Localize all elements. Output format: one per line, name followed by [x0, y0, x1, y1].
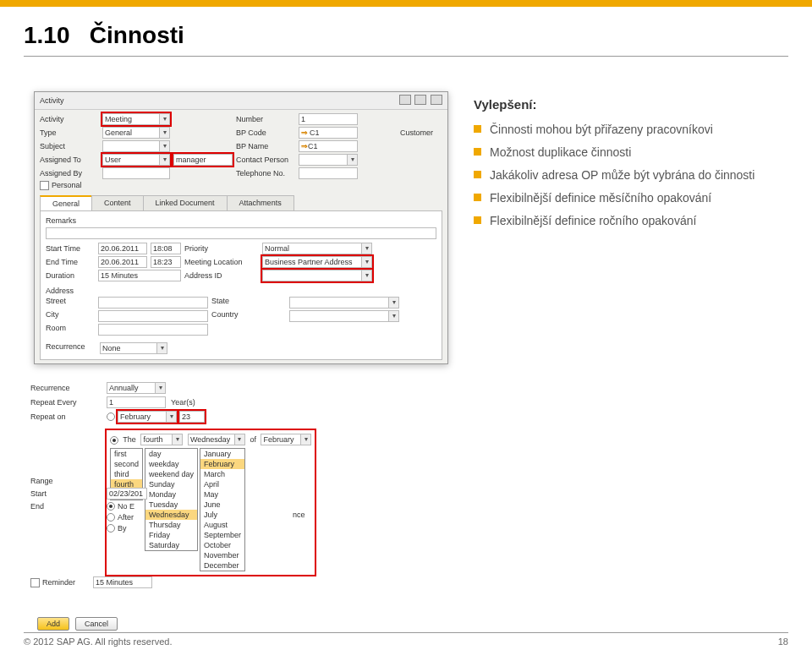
list-item[interactable]: May	[200, 489, 244, 500]
list-item[interactable]: January	[200, 449, 244, 459]
telephone-field[interactable]	[299, 167, 358, 179]
street-field[interactable]	[98, 297, 208, 309]
bullet-list: Vylepšení: Činnosti mohou být přiřazeny …	[474, 97, 761, 235]
number-label: Number	[236, 115, 295, 123]
list-item[interactable]: Saturday	[145, 540, 197, 550]
subject-dropdown[interactable]: ▾	[102, 140, 170, 152]
the-label: The	[123, 435, 136, 444]
repeat-every-label: Repeat Every	[30, 398, 107, 407]
chevron-down-icon: ▾	[159, 141, 169, 151]
bullet-icon	[474, 125, 481, 133]
activity-dropdown[interactable]: Meeting▾	[102, 113, 170, 125]
list-item[interactable]: weekend day	[145, 469, 197, 479]
repeat-on-day-field[interactable]: 23	[179, 411, 205, 423]
list-item[interactable]: first	[111, 449, 142, 459]
personal-checkbox[interactable]	[40, 181, 49, 190]
page-title: 1.10 Činnosti	[0, 7, 812, 56]
subject-label: Subject	[40, 142, 99, 150]
repeat-on-date-radio[interactable]	[107, 412, 115, 421]
tab-general[interactable]: General	[40, 195, 92, 210]
remarks-label: Remarks	[46, 216, 436, 225]
chevron-down-icon: ▾	[172, 434, 182, 445]
list-item[interactable]: Sunday	[145, 479, 197, 489]
tab-content[interactable]: Content	[91, 195, 144, 210]
list-item[interactable]: December	[200, 560, 244, 571]
list-item[interactable]: Wednesday	[145, 510, 197, 520]
of-label: of	[250, 435, 256, 444]
remarks-field[interactable]	[46, 227, 436, 239]
city-label: City	[46, 310, 95, 322]
start-date-field[interactable]: 20.06.2011	[98, 243, 147, 254]
weekday-dropdown[interactable]: Wednesday▾	[188, 434, 245, 445]
list-item[interactable]: Friday	[145, 530, 197, 540]
maximize-icon[interactable]	[414, 95, 426, 105]
assignedto-manager-dropdown[interactable]: manager	[173, 154, 233, 166]
list-item[interactable]: October	[200, 540, 244, 550]
bpcode-field[interactable]: ⇒C1	[299, 127, 358, 139]
of-month-dropdown[interactable]: February▾	[261, 434, 311, 445]
number-field[interactable]: 1	[299, 113, 358, 125]
type-dropdown[interactable]: General▾	[102, 127, 170, 139]
list-item[interactable]: August	[200, 520, 244, 530]
bullet-text: Flexibilnější definice ročního opakování	[490, 213, 696, 229]
list-item[interactable]: March	[200, 469, 244, 479]
range-start-field[interactable]: 02/23/201	[107, 488, 147, 500]
cancel-button[interactable]: Cancel	[75, 617, 118, 631]
city-field[interactable]	[98, 310, 208, 322]
list-item[interactable]: Tuesday	[145, 500, 197, 510]
room-field[interactable]	[98, 324, 208, 336]
list-item[interactable]: November	[200, 550, 244, 560]
reminder-checkbox[interactable]	[30, 578, 40, 587]
by-label: By	[118, 524, 127, 533]
meeting-location-dropdown[interactable]: Business Partner Address▾	[262, 256, 372, 268]
ordinal-dropdown[interactable]: fourth▾	[140, 434, 183, 445]
range-end-label: End	[30, 502, 107, 511]
start-time-field[interactable]: 18:08	[151, 243, 181, 254]
close-icon[interactable]	[431, 95, 442, 105]
addressid-dropdown[interactable]: ▾	[262, 270, 372, 281]
priority-dropdown[interactable]: Normal▾	[262, 243, 372, 254]
repeat-on-month-dropdown[interactable]: February▾	[118, 411, 177, 423]
street-label: Street	[46, 297, 95, 309]
recurrence-value-dropdown[interactable]: Annually▾	[107, 382, 166, 394]
list-item[interactable]: April	[200, 479, 244, 489]
bullet-icon	[474, 194, 481, 201]
list-item[interactable]: July	[200, 510, 244, 520]
no-end-radio[interactable]	[107, 502, 115, 511]
assignedto-user-dropdown[interactable]: User▾	[102, 154, 170, 166]
repeat-every-field[interactable]: 1	[107, 396, 166, 408]
after-label: After	[118, 513, 134, 522]
list-item[interactable]: February	[200, 459, 244, 469]
assignedby-field[interactable]	[102, 167, 170, 179]
month-listbox[interactable]: JanuaryFebruaryMarchAprilMayJuneJulyAugu…	[200, 448, 245, 571]
bpname-field[interactable]: ⇒C1	[299, 140, 358, 152]
list-item[interactable]: June	[200, 500, 244, 510]
list-item[interactable]: second	[111, 459, 142, 469]
state-dropdown[interactable]: ▾	[289, 297, 399, 309]
endtime-label: End Time	[46, 258, 95, 266]
end-date-field[interactable]: 20.06.2011	[98, 256, 147, 268]
list-item[interactable]: weekday	[145, 459, 197, 469]
recurrence-dropdown[interactable]: None▾	[100, 342, 167, 354]
bullet-icon	[474, 216, 481, 224]
chevron-down-icon: ▾	[159, 128, 169, 138]
tab-linked-document[interactable]: Linked Document	[143, 195, 228, 210]
reminder-field[interactable]: 15 Minutes	[93, 576, 152, 588]
list-item[interactable]: Monday	[145, 489, 197, 500]
minimize-icon[interactable]	[399, 95, 411, 105]
after-radio[interactable]	[107, 513, 115, 522]
contact-dropdown[interactable]: ▾	[299, 154, 358, 166]
by-radio[interactable]	[107, 524, 115, 533]
country-dropdown[interactable]: ▾	[289, 310, 399, 322]
end-time-field[interactable]: 18:23	[151, 256, 181, 268]
repeat-on-weekday-radio[interactable]	[110, 436, 118, 445]
add-button[interactable]: Add	[37, 617, 69, 631]
list-item[interactable]: Thursday	[145, 520, 197, 530]
weekday-listbox[interactable]: dayweekdayweekend daySundayMondayTuesday…	[145, 448, 198, 551]
tab-attachments[interactable]: Attachments	[227, 195, 294, 210]
list-item[interactable]: September	[200, 530, 244, 540]
activity-window: Activity Activity Meeting▾ Number 1 Type…	[34, 91, 448, 364]
duration-field[interactable]: 15 Minutes	[98, 270, 181, 281]
occurrence-suffix: nce	[293, 511, 305, 519]
list-item[interactable]: day	[145, 449, 197, 459]
